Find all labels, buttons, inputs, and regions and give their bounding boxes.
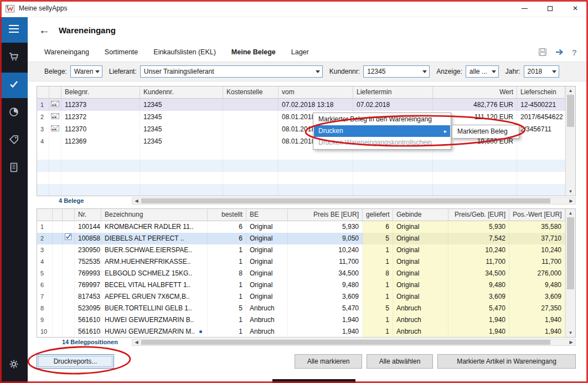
position-row[interactable]: 5769993ELBGOLD SCHMELZ 15KG..8Original34… — [37, 268, 565, 279]
markierte-artikel-button[interactable]: Markierte Artikel in Wareneingang — [437, 354, 576, 369]
table-header-row: Nr.BezeichnungbestelltBEPreis BE [EUR]ge… — [37, 209, 565, 221]
cell: 1 — [363, 256, 393, 268]
scroll-down-icon[interactable]: ▼ — [566, 187, 575, 196]
column-header[interactable] — [37, 209, 53, 221]
beleg-row[interactable]: 21123721234508.01.2018111,120 EUR2017/64… — [37, 111, 565, 123]
lieferant-dropdown[interactable]: Unser Trainingslieferant — [140, 65, 323, 78]
tab-sortimente[interactable]: Sortimente — [105, 48, 138, 56]
tab-wareneingang[interactable]: Wareneingang — [44, 48, 89, 56]
position-row[interactable]: 2100858DIEBELS ALT PERFECT ..6Original9,… — [37, 233, 565, 244]
sidebar-item-belege[interactable] — [0, 73, 28, 98]
column-header[interactable] — [53, 209, 63, 221]
position-row[interactable]: 7817453AEPFEL GRUEN 7X6CM,B..1Original3,… — [37, 291, 565, 303]
scroll-thumb[interactable] — [567, 217, 574, 289]
scroll-thumb[interactable] — [141, 340, 550, 345]
column-header[interactable]: Lieferschein — [517, 86, 565, 98]
cell: 769993 — [75, 268, 101, 279]
column-header[interactable]: Gebinde — [393, 209, 448, 221]
position-row[interactable]: 4752535ARM.HUEHNERFRIKASSE..1Original11,… — [37, 256, 565, 268]
cell: 1 — [363, 291, 393, 303]
column-header[interactable]: vom — [278, 86, 353, 98]
column-header[interactable] — [37, 86, 49, 98]
column-header[interactable]: Pos.-Wert [EUR] — [509, 209, 565, 221]
tab-einkaufslisten[interactable]: Einkaufslisten (EKL) — [153, 48, 216, 56]
column-header[interactable]: bestellt — [208, 209, 246, 221]
positionen-horizontal-scrollbar[interactable]: ◀ ▶ — [132, 339, 576, 346]
cell: 3,609 — [509, 291, 565, 303]
kundennr-dropdown[interactable]: 12345 — [363, 65, 430, 78]
cell — [61, 160, 140, 172]
positionen-vertical-scrollbar[interactable]: ▲ ▼ — [565, 209, 575, 337]
column-header[interactable]: Kundennr. — [140, 86, 223, 98]
column-header[interactable]: Belegnr. — [61, 86, 140, 98]
scroll-thumb[interactable] — [141, 198, 550, 203]
menu-item-drucken[interactable]: Drucken ▸ — [314, 125, 450, 137]
jahr-dropdown[interactable]: 2018 — [524, 65, 559, 78]
cell: 100858 — [75, 233, 101, 244]
scroll-up-icon[interactable]: ▲ — [566, 209, 575, 217]
tab-lager[interactable]: Lager — [291, 48, 309, 56]
position-row[interactable]: 105616108HUWAI GEWUERZMARIN M..1Anbruch1… — [37, 326, 565, 337]
column-header[interactable] — [63, 209, 75, 221]
column-header[interactable]: BE — [246, 209, 288, 221]
scroll-right-icon[interactable]: ▶ — [567, 198, 575, 204]
scroll-left-icon[interactable]: ◀ — [132, 339, 141, 345]
sidebar-item-ledger[interactable] — [0, 156, 28, 181]
druckreports-button[interactable]: Druckreports... — [37, 354, 114, 369]
scroll-track[interactable] — [141, 339, 567, 345]
cell: 1 — [37, 221, 53, 233]
cell: 5,470 — [448, 303, 509, 314]
tab-meine-belege[interactable]: Meine Belege — [231, 48, 276, 56]
scroll-left-icon[interactable]: ◀ — [132, 198, 141, 204]
belege-dropdown[interactable]: Warenein... — [70, 65, 102, 78]
save-icon[interactable] — [538, 48, 547, 57]
back-button[interactable]: ← — [39, 24, 52, 37]
alle-markieren-button[interactable]: Alle markieren — [295, 354, 362, 369]
scroll-right-icon[interactable]: ▶ — [567, 339, 575, 345]
help-icon[interactable]: ? — [572, 48, 577, 57]
sidebar-item-statistics[interactable] — [0, 100, 28, 126]
submenu-item-markierten-beleg[interactable]: Markierten Beleg — [453, 126, 518, 137]
sidebar-item-tags[interactable] — [0, 128, 28, 154]
maximize-button[interactable] — [537, 0, 563, 17]
column-header[interactable] — [49, 86, 61, 98]
column-header[interactable]: Liefertermin — [353, 86, 433, 98]
position-row[interactable]: 6769997BECEL VITAL HALBFETT 1..1Original… — [37, 279, 565, 291]
sidebar-menu-button[interactable] — [0, 17, 28, 43]
column-header[interactable]: Kostenstelle — [223, 86, 278, 98]
position-row[interactable]: 95616107HUWEI GEWUERZMARIN B..1Anbruch1,… — [37, 314, 565, 326]
position-row[interactable]: 3230950BUER.SCHWAE.EIERSPAE..1Original10… — [37, 244, 565, 256]
column-header[interactable]: Preis/Geb. [EUR] — [448, 209, 509, 221]
close-button[interactable]: ✕ — [563, 0, 588, 17]
column-header[interactable]: Bezeichnung — [101, 209, 208, 221]
cell — [49, 123, 61, 135]
scroll-up-icon[interactable]: ▲ — [566, 86, 575, 95]
alle-abwaehlen-button[interactable]: Alle abwählen — [367, 354, 433, 369]
scroll-track[interactable] — [141, 198, 567, 204]
position-row[interactable]: 1100144KROMBACHER RADLER 11..6Original5,… — [37, 221, 565, 233]
column-header[interactable]: geliefert — [363, 209, 393, 221]
belege-horizontal-scrollbar[interactable]: ◀ ▶ — [132, 197, 576, 205]
column-header[interactable]: Preis BE [EUR] — [288, 209, 363, 221]
scroll-track[interactable] — [566, 217, 575, 329]
cell: 34,500 — [288, 268, 363, 279]
belege-vertical-scrollbar[interactable]: ▲ ▼ — [565, 86, 575, 196]
cell: 8 — [363, 268, 393, 279]
anzeige-dropdown[interactable]: alle ... — [466, 65, 499, 78]
cell — [37, 147, 49, 160]
cell: 10,240 — [288, 244, 363, 256]
sidebar-settings-button[interactable] — [0, 353, 28, 378]
cell: 112372 — [61, 111, 140, 123]
sidebar-item-cart[interactable] — [0, 45, 28, 70]
scroll-down-icon[interactable]: ▼ — [566, 329, 575, 337]
forward-icon[interactable] — [555, 48, 564, 57]
position-row[interactable]: 85230956BUER.TORTELLINI GELB 1..5Anbruch… — [37, 303, 565, 314]
beleg-row[interactable]: 11123731234507.02.2018 13:1807.02.201848… — [37, 99, 565, 111]
minimize-button[interactable] — [512, 0, 537, 17]
menu-item-markierter-beleg[interactable]: Markierter Beleg in den Wareneingang — [314, 114, 450, 125]
scroll-track[interactable] — [566, 95, 575, 187]
scroll-thumb[interactable] — [567, 95, 574, 127]
column-header[interactable]: Nr. — [75, 209, 101, 221]
column-header[interactable]: Wert — [433, 86, 517, 98]
cell — [223, 99, 278, 111]
